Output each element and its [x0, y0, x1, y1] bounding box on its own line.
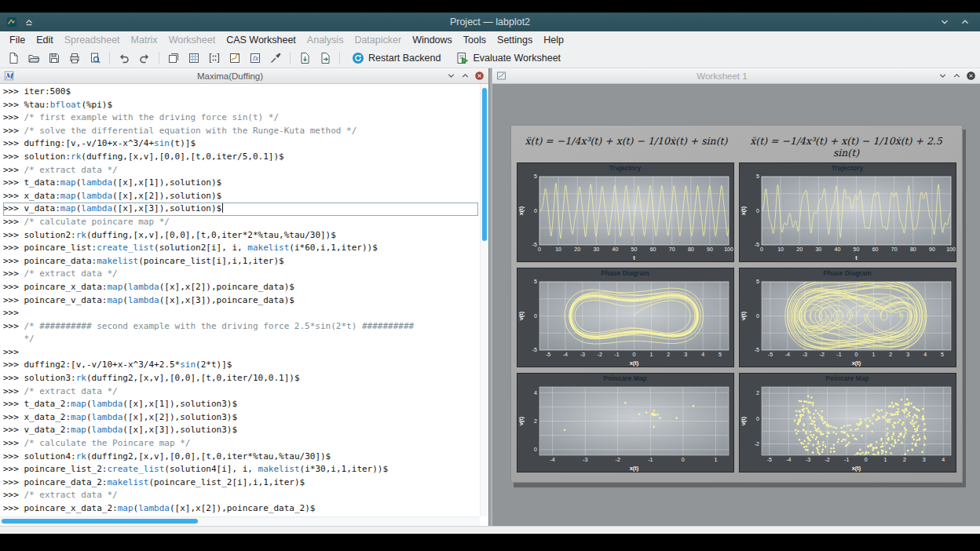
horizontal-scrollbar-thumb[interactable]	[2, 519, 198, 524]
console-vertical-scrollbar[interactable]	[480, 84, 488, 516]
plot-poincare-1[interactable]: Poincare Map-4-3-2-101024x(t)v(t)	[517, 373, 734, 473]
plot-title: Trajectory	[740, 163, 956, 173]
app-icon	[6, 16, 17, 27]
toolbar-separator	[109, 52, 110, 64]
plot-trajectory-1[interactable]: Trajectory0102030405060708090100-505tx(t…	[517, 162, 734, 262]
cas-window-chevron-up-button[interactable]	[460, 71, 470, 81]
console-line: >>> solution2:rk(duffing,[x,v],[0,0],[t,…	[3, 229, 478, 243]
plot-phase-1[interactable]: Phase Diagram-5-4-3-2-1012345-505x(t)v(t…	[517, 268, 734, 367]
svg-text:-1: -1	[844, 457, 849, 462]
import-data-button[interactable]	[295, 49, 314, 67]
print-button[interactable]	[65, 49, 84, 67]
svg-text:-4: -4	[550, 457, 554, 462]
new-spreadsheet-button[interactable]	[185, 49, 203, 67]
svg-text:-4: -4	[562, 352, 567, 357]
undo-button[interactable]	[115, 49, 133, 67]
worksheet-window-close-button[interactable]	[966, 71, 976, 81]
menu-edit[interactable]: Edit	[31, 33, 59, 47]
titlebar-chevron-up-button[interactable]	[960, 16, 971, 27]
svg-text:70: 70	[890, 246, 897, 252]
console-line: >>> /* extract data */	[3, 164, 478, 177]
phase-1-canvas: -5-4-3-2-1012345-505x(t)v(t)	[517, 279, 733, 367]
cas-window-chevron-down-button[interactable]	[446, 71, 456, 81]
menu-settings[interactable]: Settings	[492, 33, 538, 47]
statusbar	[0, 526, 980, 534]
svg-text:-4: -4	[786, 457, 791, 462]
save-project-button[interactable]	[45, 49, 64, 67]
evaluate-worksheet-button[interactable]: Evaluate Worksheet	[449, 50, 568, 66]
svg-text:v(t): v(t)	[740, 311, 747, 320]
open-project-button[interactable]	[24, 49, 43, 67]
plot-phase-2[interactable]: Phase Diagram-5-4-3-2-1012345-505x(t)v(t…	[739, 268, 956, 367]
svg-text:v(t): v(t)	[740, 416, 747, 425]
svg-text:x(t): x(t)	[629, 465, 638, 472]
svg-text:2: 2	[889, 352, 892, 357]
cas-window-close-button[interactable]	[474, 71, 485, 81]
svg-text:-1: -1	[648, 457, 653, 462]
redo-button[interactable]	[135, 49, 154, 67]
new-workbook-button[interactable]	[164, 49, 183, 67]
svg-text:-2: -2	[819, 352, 824, 357]
worksheet-view[interactable]: ẍ(t) = −1/4x³(t) + x(t) − 1/10ẋ(t) + sin…	[492, 84, 980, 526]
svg-text:90: 90	[707, 246, 713, 252]
toolbar-separator	[159, 52, 159, 64]
keep-above-button[interactable]	[24, 16, 35, 27]
cas-console[interactable]: >>> iter:500$>>> %tau:bfloat(%pi)$>>> /*…	[0, 84, 488, 526]
console-line: >>> duffing2:[v,-v/10+x-x^3/4+2.5*sin(2*…	[3, 359, 478, 372]
menu-matrix: Matrix	[126, 33, 163, 47]
console-line: >>> solution:rk(duffing,[x,v],[0,0],[t,0…	[3, 151, 478, 164]
svg-text:40: 40	[834, 246, 840, 252]
svg-text:3: 3	[684, 352, 687, 357]
console-text-area[interactable]: >>> iter:500$>>> %tau:bfloat(%pi)$>>> /*…	[3, 86, 478, 516]
new-cas-worksheet-button[interactable]: fx	[246, 49, 265, 67]
new-worksheet-button[interactable]	[225, 49, 244, 67]
svg-text:10: 10	[777, 246, 784, 252]
restart-backend-button[interactable]: Restart Backend	[345, 50, 448, 66]
svg-text:5: 5	[534, 279, 537, 284]
console-line: >>>	[3, 346, 478, 359]
svg-text:-2: -2	[597, 352, 602, 357]
menu-windows[interactable]: Windows	[407, 33, 458, 47]
vertical-scrollbar-thumb[interactable]	[482, 88, 487, 241]
new-datapicker-button[interactable]	[266, 49, 285, 67]
worksheet-window-title: Worksheet 1	[510, 71, 934, 81]
worksheet-window-chevron-up-button[interactable]	[952, 71, 962, 81]
titlebar-right	[807, 16, 980, 27]
plot-trajectory-2[interactable]: Trajectory0102030405060708090100-505tx(t…	[739, 162, 956, 262]
svg-text:-5: -5	[545, 352, 550, 357]
console-horizontal-scrollbar[interactable]	[0, 516, 480, 526]
menu-tools[interactable]: Tools	[458, 33, 492, 47]
svg-text:0: 0	[756, 416, 759, 421]
svg-text:5: 5	[941, 352, 944, 357]
toolbar-separator	[290, 52, 291, 64]
menu-cas-worksheet[interactable]: CAS Worksheet	[221, 33, 302, 47]
menu-file[interactable]: File	[4, 33, 31, 47]
new-project-button[interactable]	[4, 49, 23, 67]
print-preview-button[interactable]	[86, 49, 104, 67]
menu-analysis: Analysis	[302, 33, 349, 47]
worksheet-window-titlebar[interactable]: Worksheet 1	[492, 68, 980, 84]
cas-window-titlebar[interactable]: M Maxima(Duffing)	[0, 68, 488, 84]
worksheet-window-chevron-down-button[interactable]	[938, 71, 948, 81]
console-line: >>> /* ########## second example with th…	[3, 320, 478, 334]
plot-poincare-2[interactable]: Poincare Map-5-4-3-2-101234-202x(t)v(t)	[739, 373, 956, 473]
equation-title-left[interactable]: ẍ(t) = −1/4x³(t) + x(t) − 1/10ẋ(t) + sin…	[517, 135, 737, 159]
evaluate-worksheet-label: Evaluate Worksheet	[473, 53, 561, 64]
svg-text:0: 0	[534, 313, 537, 319]
menu-worksheet: Worksheet	[163, 33, 221, 47]
menu-help[interactable]: Help	[538, 33, 569, 47]
svg-text:0: 0	[681, 457, 684, 462]
new-matrix-button[interactable]	[205, 49, 224, 67]
window-titlebar[interactable]: Project — labplot2	[0, 13, 980, 31]
titlebar-chevron-down-button[interactable]	[939, 16, 950, 27]
plot-title: Poincare Map	[517, 374, 733, 384]
export-data-button[interactable]	[316, 49, 335, 67]
phase-2-canvas: -5-4-3-2-1012345-505x(t)v(t)	[740, 279, 956, 367]
svg-text:2: 2	[756, 390, 759, 396]
worksheet-window: Worksheet 1 ẍ(t) = −1/4x³(t) + x(t) − 1/…	[492, 68, 980, 526]
console-current-entry[interactable]: >>> v_data:map(lambda([x],x[3]),solution…	[3, 203, 478, 216]
mdi-area: M Maxima(Duffing) >>> iter:500$>>> %tau:…	[0, 68, 980, 526]
console-line: >>> x_data:map(lambda([x],x[2]),solution…	[3, 190, 478, 203]
equation-title-right[interactable]: ẍ(t) = −1/4x³(t) + x(t) − 1/10ẋ(t) + 2.5…	[737, 135, 956, 159]
poincare-2-canvas: -5-4-3-2-101234-202x(t)v(t)	[740, 384, 956, 472]
